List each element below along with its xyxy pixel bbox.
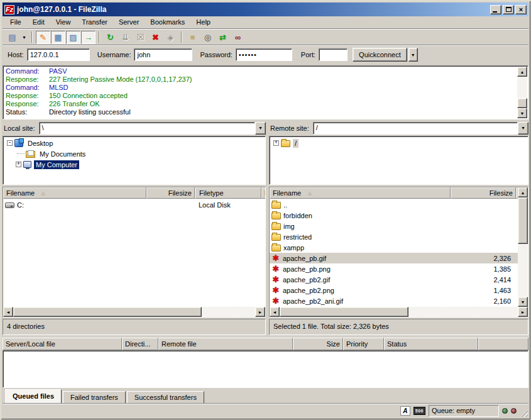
column-header-filesize[interactable]: Filesize [451, 187, 516, 199]
close-button[interactable]: × [515, 5, 527, 14]
local-list-body[interactable]: C: Local Disk [3, 199, 265, 307]
scrollbar-track[interactable] [408, 307, 518, 317]
username-input[interactable] [134, 48, 192, 61]
scrollbar-track[interactable] [518, 244, 528, 297]
quickconnect-button[interactable]: Quickconnect [353, 48, 407, 62]
chevron-down-icon[interactable]: ▼ [255, 122, 266, 135]
minimize-button[interactable] [490, 5, 501, 14]
maximize-button[interactable] [503, 5, 514, 14]
file-row-c-drive[interactable]: C: Local Disk [3, 199, 265, 210]
expand-icon[interactable]: + [273, 140, 279, 146]
scroll-right-button[interactable]: ► [255, 307, 265, 317]
column-label: Size [327, 340, 340, 348]
scrollbar-thumb[interactable] [13, 307, 202, 317]
file-row-apache-pb-gif[interactable]: ✱apache_pb.gif 2,326 [270, 253, 518, 263]
remote-list-vscrollbar[interactable]: ▲ ▼ [518, 187, 528, 307]
scrollbar-thumb[interactable] [517, 98, 527, 108]
menu-edit[interactable]: Edit [27, 17, 50, 28]
scrollbar-track[interactable] [202, 307, 255, 317]
scrollbar-thumb[interactable] [518, 197, 528, 244]
file-row-parent-dir[interactable]: .. [270, 199, 518, 210]
remote-site-combobox[interactable]: / ▼ [313, 122, 528, 135]
file-row-img[interactable]: img [270, 221, 518, 231]
directory-comparison-button[interactable]: ⇄ [216, 31, 230, 44]
menu-view[interactable]: View [50, 17, 77, 28]
scroll-up-button[interactable]: ▲ [517, 67, 527, 77]
port-input[interactable] [319, 48, 348, 61]
refresh-button[interactable]: ↻ [103, 31, 118, 44]
transfer-type-icon[interactable]: A [400, 406, 410, 416]
scrollbar-track[interactable] [517, 77, 527, 98]
scroll-down-button[interactable]: ▼ [518, 297, 528, 307]
column-header-server-local-file[interactable]: Server/Local file [3, 338, 122, 350]
process-queue-button[interactable]: ⇊ [118, 31, 133, 44]
tree-item-root[interactable]: + / [270, 138, 528, 148]
cancel-operation-button[interactable]: ☒ [133, 31, 148, 44]
log-scrollbar[interactable]: ▲ ▼ [517, 67, 527, 118]
column-header-filename[interactable]: Filename [3, 187, 146, 199]
toggle-local-tree-button[interactable]: ▦ [51, 31, 65, 44]
column-header-size[interactable]: Size [293, 338, 343, 350]
toggle-message-log-button[interactable]: ✎ [36, 31, 50, 44]
scroll-right-button[interactable]: ► [518, 307, 528, 317]
resize-grip[interactable] [520, 409, 528, 417]
remote-list-hscrollbar[interactable]: ◄ ► [270, 307, 528, 317]
transfer-queue-body[interactable] [3, 350, 528, 388]
tab-queued-files[interactable]: Queued files [5, 389, 62, 403]
remote-site-path[interactable]: / [313, 122, 518, 135]
host-input[interactable] [27, 48, 90, 61]
tree-item-my-computer[interactable]: + My Computer [3, 159, 265, 170]
scroll-down-button[interactable]: ▼ [517, 108, 527, 118]
toggle-transfer-queue-button[interactable]: → [81, 31, 96, 44]
site-manager-button[interactable]: ▤ [5, 31, 19, 44]
column-header-last-modified[interactable]: L [261, 187, 265, 199]
local-list-hscrollbar[interactable]: ◄ ► [3, 307, 265, 317]
column-header-direction[interactable]: Directi... [122, 338, 158, 350]
column-header-remote-file[interactable]: Remote file [158, 338, 293, 350]
remote-list-body[interactable]: .. forbidden img restricted [270, 199, 518, 307]
tab-successful-transfers[interactable]: Successful transfers [127, 391, 204, 403]
speed-limits-icon[interactable]: 500 [413, 407, 425, 415]
collapse-icon[interactable]: - [7, 140, 13, 146]
password-input[interactable] [236, 48, 292, 61]
find-files-button[interactable]: ∞ [231, 31, 245, 44]
menu-bookmarks[interactable]: Bookmarks [145, 17, 190, 28]
scroll-left-button[interactable]: ◄ [270, 307, 280, 317]
column-header-filesize[interactable]: Filesize [146, 187, 195, 199]
column-header-filename[interactable]: Filename [270, 187, 451, 199]
tree-item-my-documents[interactable]: My Documents [3, 148, 265, 159]
local-site-path[interactable]: \ [39, 122, 255, 135]
scroll-left-button[interactable]: ◄ [3, 307, 13, 317]
file-row-restricted[interactable]: restricted [270, 231, 518, 242]
log-text: PASV [49, 67, 67, 75]
chevron-down-icon[interactable]: ▼ [518, 122, 528, 135]
scroll-up-button[interactable]: ▲ [518, 187, 528, 197]
file-search-button[interactable]: ◎ [200, 31, 215, 44]
directory-filters-button[interactable]: ≡ [185, 31, 200, 44]
file-row-apache-pb2-png[interactable]: ✱apache_pb2.png 1,463 [270, 285, 518, 296]
tree-item-desktop[interactable]: - Desktop [3, 138, 265, 148]
tab-failed-transfers[interactable]: Failed transfers [63, 391, 126, 403]
expand-icon[interactable]: + [16, 162, 21, 167]
quickconnect-dropdown-button[interactable]: ▼ [408, 48, 418, 62]
site-manager-dropdown-button[interactable]: ▼ [20, 31, 28, 44]
column-header-status[interactable]: Status [384, 338, 478, 350]
local-site-combobox[interactable]: \ ▼ [39, 122, 266, 135]
scrollbar-thumb[interactable] [280, 307, 408, 317]
menu-help[interactable]: Help [190, 17, 216, 28]
disconnect-button[interactable]: ✖ [148, 31, 163, 44]
file-row-apache-pb-png[interactable]: ✱apache_pb.png 1,385 [270, 263, 518, 274]
desktop-icon [14, 139, 23, 147]
file-row-forbidden[interactable]: forbidden [270, 210, 518, 221]
menu-file[interactable]: File [4, 17, 27, 28]
file-row-apache-pb2-gif[interactable]: ✱apache_pb2.gif 2,414 [270, 274, 518, 285]
file-row-apache-pb2-ani-gif[interactable]: ✱apache_pb2_ani.gif 2,160 [270, 296, 518, 306]
compare-icon: ⇄ [219, 33, 226, 41]
column-header-filetype[interactable]: Filetype [195, 187, 261, 199]
file-row-xampp[interactable]: xampp [270, 242, 518, 253]
reconnect-button[interactable]: ◈ [163, 31, 178, 44]
menu-server[interactable]: Server [113, 17, 145, 28]
column-header-priority[interactable]: Priority [343, 338, 384, 350]
toggle-remote-tree-button[interactable]: ▨ [66, 31, 80, 44]
menu-transfer[interactable]: Transfer [76, 17, 113, 28]
